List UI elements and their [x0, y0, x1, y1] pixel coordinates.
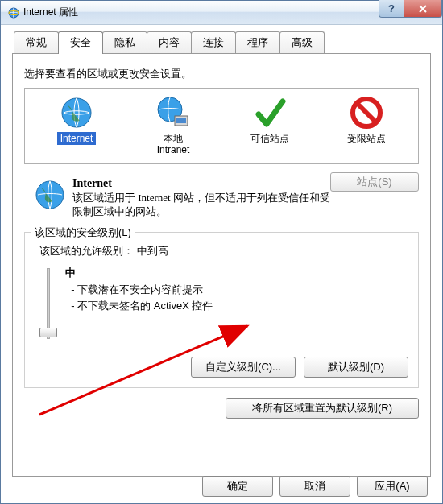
- zone-restricted[interactable]: 受限站点: [326, 95, 407, 157]
- zone-trusted[interactable]: 可信站点: [230, 95, 310, 157]
- zone-detail-title: Internet: [72, 177, 330, 190]
- dialog-footer: 确定 取消 应用(A): [202, 476, 428, 497]
- slider-description: 中 - 下载潜在不安全内容前提示 - 不下载未签名的 ActiveX 控件: [65, 265, 213, 314]
- zone-local-intranet[interactable]: 本地 Intranet: [133, 95, 213, 157]
- svg-point-9: [36, 181, 64, 209]
- sites-button: 站点(S): [330, 172, 419, 192]
- tab-general[interactable]: 常规: [14, 31, 59, 53]
- close-button[interactable]: [404, 0, 442, 18]
- fieldset-legend: 该区域的安全级别(L): [31, 225, 135, 240]
- tab-programs[interactable]: 程序: [235, 31, 280, 53]
- default-level-button[interactable]: 默认级别(D): [304, 357, 408, 378]
- custom-level-button[interactable]: 自定义级别(C)...: [191, 357, 296, 378]
- allowed-levels: 该区域的允许级别： 中到高: [39, 244, 408, 258]
- zone-internet[interactable]: Internet: [36, 95, 117, 157]
- current-level: 中: [65, 265, 213, 281]
- svg-rect-6: [176, 118, 186, 123]
- globe-icon: [34, 179, 66, 211]
- zone-label: Internet: [57, 132, 97, 145]
- zone-detail-body: 该区域适用于 Internet 网站，但不适用于列在受信任和受限制区域中的网站。: [72, 192, 330, 219]
- window-title: Internet 属性: [23, 6, 78, 19]
- globe-icon: [59, 95, 94, 130]
- local-intranet-icon: [155, 95, 191, 130]
- apply-button[interactable]: 应用(A): [357, 476, 428, 497]
- tab-privacy[interactable]: 隐私: [102, 31, 147, 53]
- ie-icon: [7, 6, 20, 19]
- security-slider[interactable]: [38, 268, 59, 341]
- internet-properties-window: Internet 属性 ? 常规 安全 隐私 内容 连接 程序 高级 选择要查看…: [0, 0, 443, 504]
- instruction-text: 选择要查看的区域或更改安全设置。: [24, 67, 419, 81]
- tab-security[interactable]: 安全: [58, 31, 103, 54]
- prohibited-icon: [349, 95, 384, 130]
- tab-panel-security: 选择要查看的区域或更改安全设置。 Internet 本地 Intranet: [12, 53, 431, 477]
- zone-label: 本地 Intranet: [154, 132, 193, 157]
- svg-point-3: [62, 98, 91, 127]
- svg-text:?: ?: [388, 3, 395, 14]
- checkmark-icon: [252, 95, 288, 130]
- tab-content[interactable]: 内容: [147, 31, 192, 53]
- security-level-fieldset: 该区域的安全级别(L) 该区域的允许级别： 中到高 中 - 下载潜在不安全内容前…: [24, 232, 419, 388]
- zone-label: 受限站点: [344, 132, 389, 145]
- cancel-button[interactable]: 取消: [279, 476, 350, 497]
- zones-list: Internet 本地 Intranet 可信站点: [24, 88, 419, 164]
- zone-label: 可信站点: [247, 132, 292, 145]
- tab-strip: 常规 安全 隐私 内容 连接 程序 高级: [14, 31, 431, 53]
- ok-button[interactable]: 确定: [202, 476, 273, 497]
- reset-all-button[interactable]: 将所有区域重置为默认级别(R): [226, 398, 419, 419]
- svg-line-8: [358, 104, 375, 122]
- slider-thumb[interactable]: [39, 328, 57, 337]
- tab-connections[interactable]: 连接: [191, 31, 236, 53]
- tab-advanced[interactable]: 高级: [279, 31, 325, 53]
- titlebar[interactable]: Internet 属性 ?: [1, 1, 442, 25]
- help-button[interactable]: ?: [379, 0, 404, 18]
